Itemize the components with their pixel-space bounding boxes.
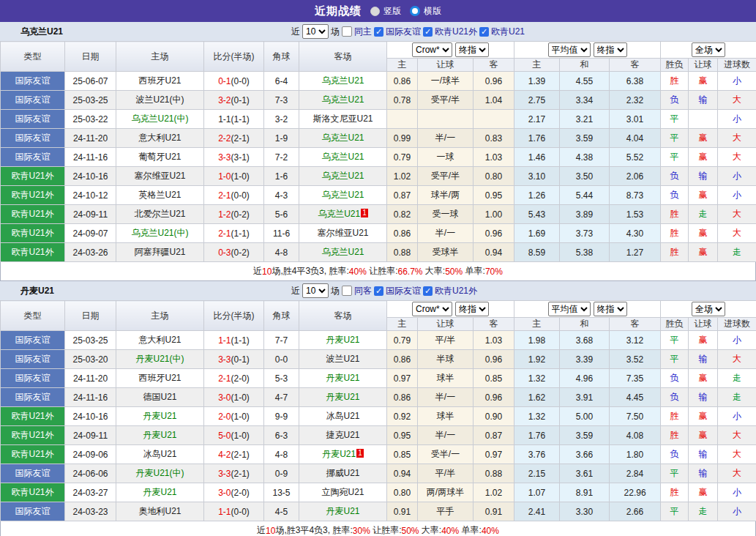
score: 3-2(0-1) (204, 91, 264, 110)
odds-source-select[interactable]: 终指 (455, 42, 489, 57)
avg-source-select[interactable]: 平均值 (548, 302, 591, 316)
league-filter-checked-checkbox-icon[interactable]: ✓ (423, 27, 433, 37)
corners: 4-8 (264, 445, 299, 464)
layout-radio-unselected-icon[interactable] (370, 7, 380, 16)
home-team: 英格兰U21 (116, 186, 204, 205)
average-odds: 2.75 (514, 91, 560, 110)
league-filter-label[interactable]: 国际友谊 (386, 285, 421, 297)
same-venue-label[interactable]: 同主 (354, 26, 372, 38)
league-filter-checked-checkbox-icon[interactable]: ✓ (423, 286, 433, 296)
odds-source-header-cell: Crow*终指 (387, 301, 514, 318)
avg-source-select[interactable]: 平均值 (548, 42, 591, 57)
goals-result: 大 (718, 445, 756, 464)
handicap-odds: 1.02 (474, 483, 514, 502)
average-odds: 2.41 (514, 502, 560, 521)
layout-radio-selected-icon[interactable] (410, 6, 420, 16)
match-date: 24-10-16 (65, 407, 116, 426)
sub-column-header: 让球 (418, 318, 474, 331)
match-type-badge: 国际友谊 (1, 148, 65, 167)
home-team: 西班牙U21 (116, 369, 204, 388)
league-filter-label[interactable]: 欧青U21外 (435, 26, 477, 38)
odds-source-select[interactable]: 终指 (455, 302, 489, 316)
average-odds: 5.44 (560, 186, 610, 205)
league-filter-label[interactable]: 欧青U21外 (435, 285, 477, 297)
same-venue-unchecked-checkbox-icon[interactable] (342, 26, 352, 37)
average-odds: 3.89 (560, 205, 610, 224)
handicap-odds (387, 110, 418, 129)
avg-source-select[interactable]: 终指 (594, 302, 627, 316)
average-odds: 4.08 (610, 426, 661, 445)
sub-column-header: 胜负 (661, 318, 689, 331)
league-filter-label[interactable]: 欧青U21 (491, 26, 525, 38)
score: 5-0(1-0) (204, 426, 264, 445)
match-date: 24-11-16 (65, 148, 116, 167)
odds-source-select[interactable]: Crow* (412, 302, 452, 316)
corners: 4-8 (264, 243, 299, 262)
result: 胜 (661, 243, 689, 262)
league-filter-checked-checkbox-icon[interactable]: ✓ (374, 27, 383, 37)
match-type-badge: 国际友谊 (1, 369, 65, 388)
team-section-1: 丹麦U21近10场 同客✓国际友谊✓欧青U21外类型日期主场比分(半场)角球客场… (0, 281, 756, 536)
results-table: 类型日期主场比分(半场)角球客场Crow*终指平均值终指全场主让球客主和客胜负让… (0, 300, 756, 521)
handicap-result: 赢 (689, 224, 718, 243)
average-odds: 8.73 (610, 186, 661, 205)
handicap-odds: 0.80 (474, 167, 514, 186)
result: 胜 (661, 483, 689, 502)
team-name: 乌克兰U21 (20, 26, 63, 38)
home-team: 丹麦U21 (116, 426, 204, 445)
goals-result: 小 (718, 110, 756, 129)
result: 负 (661, 445, 689, 464)
average-odds: 1.27 (610, 243, 661, 262)
match-type-badge: 国际友谊 (1, 464, 65, 483)
match-row: 欧青U21外24-10-16丹麦U212-0(1-0)9-9冰岛U210.92球… (1, 407, 756, 426)
column-header: 类型 (1, 42, 65, 72)
same-venue-label[interactable]: 同客 (354, 285, 372, 297)
sub-column-header: 主 (514, 318, 560, 331)
average-odds: 1.98 (514, 331, 560, 350)
handicap-odds: 1.00 (474, 205, 514, 224)
match-date: 25-03-22 (65, 110, 116, 129)
handicap-odds: 0.91 (387, 502, 418, 521)
handicap-result: 赢 (689, 483, 718, 502)
match-count-select[interactable]: 10 (302, 24, 329, 39)
away-team: 塞尔维亚U21 (299, 224, 387, 243)
match-type-badge: 国际友谊 (1, 129, 65, 148)
handicap-odds: 半/一 (418, 129, 474, 148)
result: 平 (661, 331, 689, 350)
avg-source-select[interactable]: 终指 (594, 42, 627, 57)
scope-select[interactable]: 全场 (692, 302, 725, 316)
handicap-odds: 平/半 (418, 331, 474, 350)
away-team: 立陶宛U21 (299, 483, 387, 502)
match-count-select[interactable]: 10 (302, 283, 329, 298)
match-date: 24-11-16 (65, 388, 116, 407)
home-team: 阿塞拜疆U21 (116, 243, 204, 262)
handicap-odds: 0.96 (474, 72, 514, 91)
layout-radio-label[interactable]: 竖版 (383, 5, 401, 18)
match-row: 国际友谊25-03-25意大利U211-1(1-1)7-7丹麦U210.79平/… (1, 331, 756, 350)
scope-select[interactable]: 全场 (692, 42, 725, 57)
same-venue-unchecked-checkbox-icon[interactable] (342, 286, 352, 296)
result: 平 (661, 464, 689, 483)
titlebar: 近期战绩 竖版横版 (0, 0, 756, 22)
league-filter-checked-checkbox-icon[interactable]: ✓ (374, 286, 383, 296)
handicap-odds: 受半/一 (418, 445, 474, 464)
average-odds: 3.66 (560, 445, 610, 464)
layout-radio-label[interactable]: 横版 (424, 5, 441, 18)
league-filter-checked-checkbox-icon[interactable]: ✓ (479, 27, 489, 37)
handicap-odds: 平手 (418, 502, 474, 521)
odds-source-select[interactable]: Crow* (412, 42, 452, 57)
result: 胜 (661, 426, 689, 445)
average-odds: 7.50 (610, 407, 661, 426)
match-type-badge: 国际友谊 (1, 350, 65, 369)
scope-header-cell: 全场 (661, 42, 756, 59)
league-filter-label[interactable]: 国际友谊 (386, 26, 421, 38)
result: 胜 (661, 224, 689, 243)
home-team: 西班牙U21 (116, 72, 204, 91)
match-row: 国际友谊24-11-16葡萄牙U213-3(3-1)7-2乌克兰U210.79一… (1, 148, 756, 167)
handicap-odds: 0.86 (387, 72, 418, 91)
column-header: 客场 (299, 42, 387, 72)
home-team: 丹麦U21(中) (116, 350, 204, 369)
handicap-odds: 0.87 (387, 186, 418, 205)
match-type-badge: 欧青U21外 (1, 167, 65, 186)
handicap-result: 输 (689, 91, 718, 110)
